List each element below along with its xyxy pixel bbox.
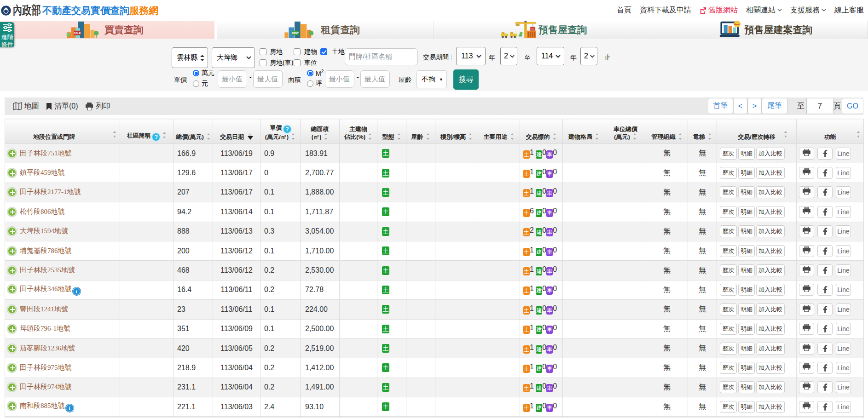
svg-text:SALE: SALE: [74, 32, 81, 34]
svg-text:New!: New!: [734, 23, 740, 26]
svg-text:RENT: RENT: [292, 32, 299, 34]
